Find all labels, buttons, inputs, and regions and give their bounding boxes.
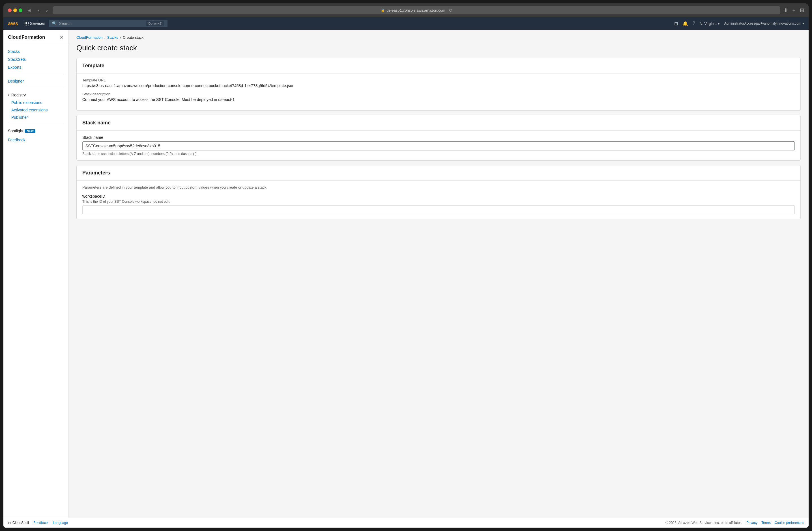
parameters-card-header: Parameters [77,165,800,181]
lock-icon: 🔒 [381,9,385,12]
breadcrumb-stacks[interactable]: Stacks [107,35,118,40]
sidebar-item-designer[interactable]: Designer [3,77,68,85]
sidebar-title: CloudFormation [8,34,45,40]
stack-name-label: Stack name [82,135,795,140]
footer-left: ⊡ CloudShell Feedback Language [8,521,68,525]
footer-language-link[interactable]: Language [53,521,68,525]
grid-view-icon[interactable]: ⊞ [800,7,804,14]
close-button[interactable] [8,9,12,12]
template-url-value: https://s3.us-east-1.amazonaws.com/produ… [82,84,795,88]
bell-icon[interactable]: 🔔 [682,21,688,26]
footer-copyright: © 2023, Amazon Web Services, Inc. or its… [665,521,742,525]
aws-nav: aws Services 🔍 [Option+S] ⊡ 🔔 ? N. Virgi… [3,17,809,30]
account-label: AdministratorAccess/jay@anomalyinnovatio… [724,21,801,26]
sidebar: CloudFormation ✕ Stacks StackSets Export… [3,30,69,518]
stack-name-card-body: Stack name Stack name can include letter… [77,131,800,160]
cloudshell-button[interactable]: ⊡ CloudShell [8,521,29,525]
search-shortcut: [Option+S] [146,21,164,26]
traffic-lights [8,9,23,12]
sidebar-item-stacksets[interactable]: StackSets [3,55,68,63]
breadcrumb-sep-1: › [104,35,105,40]
stack-description-label: Stack description [82,92,795,96]
sidebar-feedback[interactable]: Feedback [3,135,68,145]
stack-name-card: Stack name Stack name Stack name can inc… [76,115,801,161]
template-card-body: Template URL https://s3.us-east-1.amazon… [77,74,800,110]
sidebar-item-publisher[interactable]: Publisher [3,114,68,121]
main-content: CloudFormation › Stacks › Create stack Q… [69,30,809,518]
workspace-id-hint: This is the ID of your SST Console works… [82,200,795,204]
breadcrumb-cloudformation[interactable]: CloudFormation [76,35,103,40]
registry-chevron-icon: ▾ [8,93,10,97]
footer-terms-link[interactable]: Terms [762,521,771,525]
reload-icon[interactable]: ↻ [449,8,452,13]
terminal-icon[interactable]: ⊡ [674,21,678,26]
region-chevron-icon: ▾ [718,21,720,26]
sidebar-item-activated-extensions[interactable]: Activated extensions [3,106,68,114]
stack-name-input[interactable] [82,142,795,150]
search-icon: 🔍 [52,21,57,26]
stack-name-card-header: Stack name [77,115,800,131]
sidebar-header: CloudFormation ✕ [3,34,68,45]
workspace-id-input[interactable] [82,205,795,214]
stack-name-hint: Stack name can include letters (A-Z and … [82,152,795,156]
help-icon[interactable]: ? [693,21,695,26]
content-area: CloudFormation ✕ Stacks StackSets Export… [3,30,809,518]
parameters-description: Parameters are defined in your template … [82,185,795,189]
region-selector[interactable]: N. Virginia ▾ [700,21,720,26]
aws-logo: aws [8,21,18,27]
sidebar-close-button[interactable]: ✕ [59,34,64,41]
footer-right: © 2023, Amazon Web Services, Inc. or its… [665,521,804,525]
template-card: Template Template URL https://s3.us-east… [76,58,801,110]
account-chevron-icon: ▾ [802,21,804,26]
region-label: N. Virginia [700,21,717,26]
stack-name-section-title: Stack name [82,120,795,126]
sidebar-item-public-extensions[interactable]: Public extensions [3,99,68,106]
forward-button[interactable]: › [44,8,49,14]
spotlight-label: Spotlight [8,129,23,133]
parameters-card-body: Parameters are defined in your template … [77,181,800,219]
url-text: us-east-1.console.aws.amazon.com [387,8,445,12]
back-button[interactable]: ‹ [36,8,41,14]
search-bar[interactable]: 🔍 [Option+S] [49,20,168,27]
template-card-header: Template [77,58,800,74]
sidebar-divider-2 [8,88,64,88]
page-title: Quick create stack [76,44,801,52]
cloudshell-icon: ⊡ [8,521,11,525]
template-section-title: Template [82,63,795,69]
search-input[interactable] [59,21,144,26]
browser-actions: ⬆ ＋ ⊞ [784,7,804,14]
footer-privacy-link[interactable]: Privacy [746,521,757,525]
breadcrumb-current: Create stack [123,35,143,40]
footer-cookie-link[interactable]: Cookie preferences [775,521,804,525]
sidebar-item-exports[interactable]: Exports [3,63,68,71]
footer: ⊡ CloudShell Feedback Language © 2023, A… [3,518,809,528]
account-selector[interactable]: AdministratorAccess/jay@anomalyinnovatio… [724,21,804,26]
nav-right: ⊡ 🔔 ? N. Virginia ▾ AdministratorAccess/… [674,21,804,26]
main-window: aws Services 🔍 [Option+S] ⊡ 🔔 ? N. Virgi… [3,17,809,528]
sidebar-item-stacks[interactable]: Stacks [3,47,68,55]
parameters-card: Parameters Parameters are defined in you… [76,165,801,219]
sidebar-toggle-icon[interactable]: ⊞ [26,7,33,14]
share-icon[interactable]: ⬆ [784,7,788,14]
registry-label: Registry [11,93,26,97]
services-label: Services [30,21,45,26]
footer-feedback-link[interactable]: Feedback [33,521,48,525]
services-menu-button[interactable]: Services [21,17,49,30]
sidebar-spotlight: Spotlight New [3,127,68,135]
template-url-label: Template URL [82,78,795,82]
browser-chrome: ⊞ ‹ › 🔒 us-east-1.console.aws.amazon.com… [3,3,809,17]
sidebar-divider-1 [8,74,64,74]
spotlight-badge: New [25,129,35,133]
parameters-section-title: Parameters [82,170,795,176]
grid-icon [25,22,29,26]
workspace-id-label: workspaceID [82,194,795,198]
aws-logo-text: aws [8,21,18,27]
address-bar[interactable]: 🔒 us-east-1.console.aws.amazon.com ↻ [53,6,780,14]
registry-section-label[interactable]: ▾ Registry [3,91,68,99]
minimize-button[interactable] [13,9,17,12]
new-tab-icon[interactable]: ＋ [791,7,796,14]
breadcrumb: CloudFormation › Stacks › Create stack [76,35,801,40]
stack-description-value: Connect your AWS account to access the S… [82,97,795,102]
maximize-button[interactable] [19,9,23,12]
cloudshell-label: CloudShell [12,521,29,525]
